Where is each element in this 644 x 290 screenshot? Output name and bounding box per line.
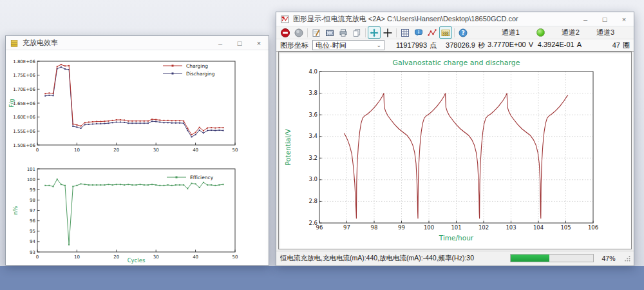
- coords-label: 图形坐标: [280, 41, 308, 50]
- legend-efficiency: Efficiency: [190, 175, 214, 180]
- cycles-readout: 47圈: [582, 41, 630, 50]
- efficiency-window-titlebar[interactable]: 充放电效率 – □ ×: [6, 36, 269, 50]
- grid-button[interactable]: [399, 26, 412, 39]
- channel-status-led: [536, 28, 545, 37]
- svg-text:40: 40: [193, 255, 198, 260]
- svg-text:3.0: 3.0: [308, 176, 317, 182]
- toolbar-separator: [365, 28, 366, 37]
- stop-icon: [280, 28, 290, 38]
- scatter-icon: [427, 28, 437, 38]
- progress-label: 47%: [594, 255, 623, 262]
- coordinate-type-select[interactable]: 电位-时间 ⌄: [312, 40, 384, 50]
- svg-text:103: 103: [506, 224, 516, 231]
- pause-button[interactable]: [292, 26, 305, 39]
- readout-stats: 11917993点 378026.9秒 3.7770E+00V 4.3924E-…: [388, 41, 630, 50]
- svg-text:106: 106: [588, 224, 598, 231]
- maximize-button[interactable]: □: [230, 36, 249, 50]
- svg-text:101: 101: [27, 167, 35, 172]
- chevron-down-icon: ⌄: [376, 42, 381, 48]
- svg-text:0: 0: [36, 255, 39, 260]
- svg-text:3.8: 3.8: [308, 90, 317, 96]
- svg-text:2.6: 2.6: [308, 219, 317, 226]
- channel-2-label: 通道2: [562, 28, 580, 37]
- minimize-button[interactable]: –: [576, 12, 595, 26]
- pan-icon: [369, 28, 379, 38]
- info-bubble-button[interactable]: i: [412, 26, 425, 39]
- fg-ylabel: F/g: [8, 99, 15, 107]
- gcd-xlabel: Time/hour: [439, 234, 474, 242]
- window-title: 充放电效率: [23, 38, 211, 48]
- svg-text:1.75E+06: 1.75E+06: [13, 73, 35, 78]
- gcd-chart-panel: 969798991001011021031041051062.62.83.03.…: [278, 52, 632, 249]
- pan-button[interactable]: [368, 26, 381, 39]
- toolbar-separator: [454, 28, 455, 37]
- resize-grip[interactable]: [623, 255, 631, 262]
- svg-text:3.6: 3.6: [308, 111, 317, 117]
- stop-button[interactable]: [279, 26, 292, 39]
- svg-text:101: 101: [451, 224, 461, 231]
- channel-indicators: 通道1 通道2 通道3: [502, 28, 631, 37]
- minimize-button[interactable]: –: [211, 36, 230, 50]
- data-digits-button[interactable]: 000 000: [439, 26, 452, 39]
- svg-text:1.70E+06: 1.70E+06: [13, 87, 35, 92]
- data-digits-icon: 000 000: [440, 28, 451, 38]
- film-icon: [325, 28, 335, 38]
- svg-text:97: 97: [30, 208, 35, 213]
- svg-text:3.4: 3.4: [308, 133, 317, 139]
- toolbar-separator: [396, 28, 397, 37]
- gcd-ylabel: Potential/V: [284, 128, 292, 166]
- svg-text:94: 94: [30, 239, 35, 244]
- grid-icon: [400, 28, 410, 38]
- log-note-button[interactable]: [310, 26, 323, 39]
- print-button[interactable]: [337, 26, 350, 39]
- svg-text:105: 105: [560, 224, 571, 231]
- gcd-series: [344, 93, 568, 218]
- close-button[interactable]: ×: [249, 36, 269, 50]
- svg-text:100: 100: [424, 224, 434, 231]
- toolbar-separator: [307, 28, 308, 37]
- svg-text:3.2: 3.2: [308, 155, 317, 161]
- window-title: 图形显示-恒电流充放电 <2A> C:\Users\Hansen\Desktop…: [293, 14, 576, 24]
- svg-text:30: 30: [153, 255, 159, 260]
- copy-icon: [352, 28, 362, 38]
- status-bar: 恒电流充放电,充电电流(mA):440,放电电流(mA):-440,频率(Hz)…: [276, 251, 634, 266]
- discharging-series: [45, 67, 223, 137]
- svg-text:0: 0: [36, 148, 39, 153]
- legend-charging: Charging: [186, 63, 208, 69]
- copy-button[interactable]: [350, 26, 363, 39]
- help-icon: ?: [458, 28, 468, 38]
- svg-text:40: 40: [193, 148, 198, 153]
- help-button[interactable]: ?: [457, 26, 469, 39]
- efficiency-series: [45, 179, 223, 245]
- svg-text:102: 102: [478, 224, 489, 231]
- progress-bar: [510, 254, 594, 262]
- svg-text:99: 99: [30, 188, 35, 193]
- svg-text:20: 20: [113, 148, 119, 153]
- film-button[interactable]: [323, 26, 336, 39]
- pause-icon: [294, 28, 304, 38]
- close-button[interactable]: ×: [614, 12, 634, 26]
- svg-text:1.65E+06: 1.65E+06: [13, 101, 35, 106]
- svg-text:98: 98: [30, 198, 35, 203]
- gcd-window-icon: [280, 15, 290, 24]
- current-readout: 4.3924E-01A: [533, 41, 582, 50]
- svg-text:?: ?: [461, 30, 464, 36]
- scatter-button[interactable]: [426, 26, 439, 39]
- gcd-window-titlebar[interactable]: 图形显示-恒电流充放电 <2A> C:\Users\Hansen\Desktop…: [276, 12, 634, 26]
- svg-text:98: 98: [371, 224, 378, 231]
- crosshair-icon: [383, 28, 393, 38]
- svg-text:1.60E+06: 1.60E+06: [13, 115, 35, 120]
- svg-text:i: i: [418, 30, 419, 35]
- gcd-display-window: 图形显示-恒电流充放电 <2A> C:\Users\Hansen\Desktop…: [276, 12, 634, 266]
- maximize-button[interactable]: □: [595, 12, 614, 26]
- efficiency-window-icon: [10, 39, 19, 48]
- crosshair-button[interactable]: [381, 26, 394, 39]
- log-note-icon: [311, 28, 321, 38]
- coordinates-toolbar: 图形坐标 电位-时间 ⌄ 11917993点 378026.9秒 3.7770E…: [276, 39, 634, 51]
- eff-xlabel: Cycles: [128, 257, 146, 264]
- main-toolbar: i 000 000 ? 通道1 通道: [276, 26, 634, 39]
- gcd-chart[interactable]: 969798991001011021031041051062.62.83.03.…: [279, 52, 631, 247]
- svg-text:000: 000: [442, 33, 448, 36]
- svg-text:20: 20: [113, 255, 119, 260]
- svg-text:50: 50: [232, 255, 238, 260]
